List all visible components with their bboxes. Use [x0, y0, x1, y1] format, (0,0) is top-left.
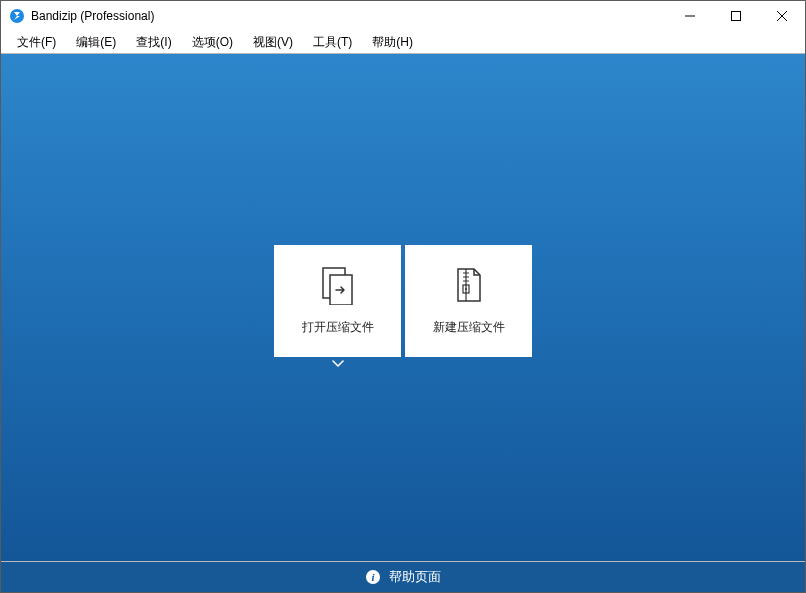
window-controls [667, 1, 805, 31]
menu-view[interactable]: 视图(V) [243, 32, 303, 53]
info-icon: i [365, 569, 381, 585]
open-archive-label: 打开压缩文件 [302, 319, 374, 336]
chevron-down-icon[interactable] [332, 359, 344, 371]
new-archive-label: 新建压缩文件 [433, 319, 505, 336]
menubar: 文件(F) 编辑(E) 查找(I) 选项(O) 视图(V) 工具(T) 帮助(H… [1, 31, 805, 53]
maximize-button[interactable] [713, 1, 759, 31]
menu-help[interactable]: 帮助(H) [362, 32, 423, 53]
new-archive-button[interactable]: 新建压缩文件 [405, 245, 532, 357]
action-cards: 打开压缩文件 新建压缩文件 [274, 245, 532, 357]
help-link[interactable]: 帮助页面 [389, 568, 441, 586]
close-button[interactable] [759, 1, 805, 31]
window-title: Bandizip (Professional) [31, 9, 154, 23]
chevron-row [274, 359, 532, 371]
minimize-button[interactable] [667, 1, 713, 31]
workspace: 打开压缩文件 新建压缩文件 [1, 53, 805, 562]
menu-edit[interactable]: 编辑(E) [66, 32, 126, 53]
svg-point-12 [465, 288, 467, 290]
open-archive-button[interactable]: 打开压缩文件 [274, 245, 401, 357]
statusbar: i 帮助页面 [1, 562, 805, 592]
new-archive-icon [449, 265, 489, 305]
bandizip-logo-icon [9, 8, 25, 24]
menu-file[interactable]: 文件(F) [7, 32, 66, 53]
menu-find[interactable]: 查找(I) [126, 32, 181, 53]
titlebar: Bandizip (Professional) [1, 1, 805, 31]
menu-options[interactable]: 选项(O) [182, 32, 243, 53]
menu-tools[interactable]: 工具(T) [303, 32, 362, 53]
open-archive-icon [318, 265, 358, 305]
svg-rect-2 [732, 12, 741, 21]
